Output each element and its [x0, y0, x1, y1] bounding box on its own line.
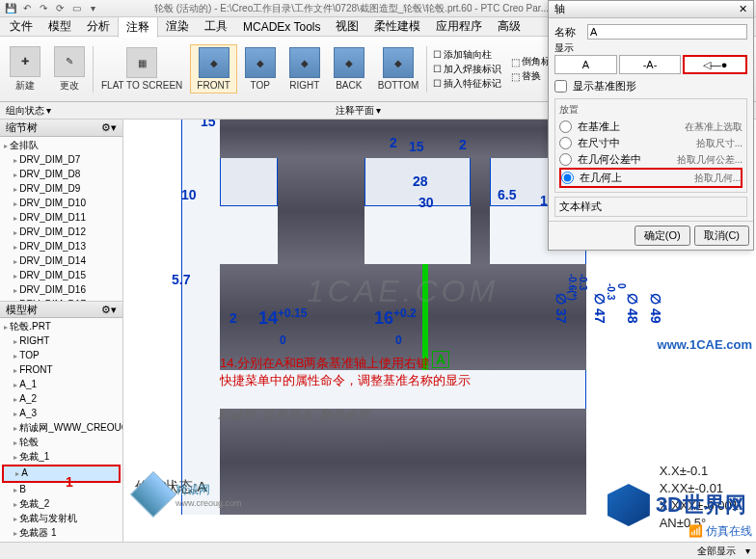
tree-dim[interactable]: DRV_DIM_D7 — [2, 153, 121, 168]
dim-10[interactable]: 10 — [181, 187, 197, 202]
dialog-title: 轴✕ — [549, 1, 753, 18]
dim-phi49[interactable]: ∅ 49 — [648, 293, 663, 323]
display-label: 显示 — [554, 41, 747, 55]
cube-icon — [608, 484, 650, 526]
tree-dim[interactable]: DRV_DIM_D12 — [2, 226, 121, 240]
tree-dim[interactable]: DRV_DIM_D15 — [2, 269, 121, 283]
tree-item[interactable]: RIGHT — [2, 334, 121, 349]
tree-item[interactable]: A_2 — [2, 392, 121, 407]
tree-dim[interactable]: DRV_DIM_D16 — [2, 283, 121, 298]
radio-in-dim[interactable] — [559, 137, 572, 149]
menu-mcadex[interactable]: MCADEx Tools — [235, 18, 328, 36]
tree-item-A[interactable]: A — [2, 465, 121, 483]
cancel-button[interactable]: 取消(C) — [694, 226, 749, 246]
dim-2c[interactable]: 2 — [230, 310, 237, 326]
tree-item[interactable]: 精诚网_WWW_CREOUG_COM... — [2, 421, 121, 436]
close-win-icon[interactable]: ▭ — [69, 2, 83, 15]
subbar-label-left: 组向状态 — [6, 104, 44, 118]
chk-baseshape-label: 显示基准图形 — [573, 79, 636, 93]
undo-icon[interactable]: ↶ — [20, 2, 34, 15]
dim-14[interactable]: 14+0.150 — [258, 306, 307, 349]
regen-icon[interactable]: ⟳ — [53, 2, 67, 15]
menu-render[interactable]: 渲染 — [158, 16, 197, 37]
tree-item[interactable]: 轮毂 — [2, 436, 121, 450]
menu-model[interactable]: 模型 — [40, 16, 79, 37]
subbar-label-mid: 注释平面 — [336, 104, 374, 118]
watermark: 1CAE.COM — [307, 274, 499, 309]
chk-baseshape[interactable] — [554, 80, 567, 93]
radio-on-datum[interactable] — [559, 120, 572, 133]
mode-A[interactable]: A — [554, 55, 617, 74]
tree-item-B[interactable]: B — [2, 483, 121, 497]
ribbon-front[interactable]: ◆FRONT — [190, 44, 236, 93]
ok-button[interactable]: 确定(O) — [634, 226, 690, 246]
ribbon-back[interactable]: ◆BACK — [328, 45, 370, 93]
menu-app[interactable]: 应用程序 — [428, 16, 490, 37]
dim-5-7[interactable]: 5.7 — [172, 272, 190, 287]
status-display[interactable]: 全部显示 — [697, 545, 736, 558]
save-icon[interactable]: 💾 — [4, 2, 17, 15]
mode-Aflag[interactable]: -A- — [619, 55, 682, 74]
dim-6-5[interactable]: 6.5 — [498, 187, 516, 202]
radio-on-geom[interactable] — [561, 172, 574, 184]
name-input[interactable] — [587, 24, 747, 40]
status-bar: 全部显示 ▾ — [0, 542, 756, 559]
ribbon-change[interactable]: ✎更改 — [48, 44, 91, 94]
model-tree-panel: 缩节树⚙▾ 全排队 DRV_DIM_D7 DRV_DIM_D8 DRV_DIM_… — [0, 120, 123, 542]
dim-15[interactable]: 15 — [201, 120, 216, 129]
dim-phi47-tol: 0 -0.3 — [606, 283, 627, 300]
menu-flex[interactable]: 柔性建模 — [366, 16, 428, 37]
tree-dim[interactable]: DRV_DIM_D10 — [2, 197, 121, 211]
tree-dim[interactable]: DRV_DIM_D13 — [2, 240, 121, 254]
tree-item[interactable]: 免裁与发射机 — [2, 512, 121, 526]
tree-header-1[interactable]: 缩节树⚙▾ — [0, 120, 122, 137]
dim-30[interactable]: 30 — [418, 195, 434, 210]
dim-2b[interactable]: 2 — [459, 137, 467, 152]
dd-icon[interactable]: ▾ — [86, 2, 99, 15]
tree-dim[interactable]: DRV_DIM_D8 — [2, 168, 121, 182]
ribbon-bottom[interactable]: ◆BOTTOM — [372, 45, 425, 93]
window-title: 轮毂 (活动的) - E:\Creo工作目录\工作文件\0728\截图造型_轮毂… — [154, 2, 549, 15]
ribbon-new[interactable]: ✚新建 — [4, 44, 46, 94]
dim-16[interactable]: 16+0.20 — [374, 306, 417, 349]
ribbon-top[interactable]: ◆TOP — [239, 45, 282, 93]
tree-item[interactable]: 免裁_1 — [2, 450, 121, 465]
tree-item[interactable]: TOP — [2, 349, 121, 363]
tree-root[interactable]: 全排队 — [2, 139, 121, 153]
tree-item[interactable]: 免裁_2 — [2, 497, 121, 512]
tree-item[interactable]: A_3 — [2, 407, 121, 421]
text-style[interactable]: 文本样式 — [554, 197, 747, 217]
menu-annotate[interactable]: 注释 — [118, 16, 158, 38]
ribbon-right[interactable]: ◆RIGHT — [284, 45, 326, 93]
tree-dim[interactable]: DRV_DIM_D9 — [2, 182, 121, 197]
dim-15b[interactable]: 15 — [409, 139, 424, 154]
tree-item[interactable]: A_1 — [2, 378, 121, 392]
menu-adv[interactable]: 高级 — [490, 16, 528, 37]
menu-tools[interactable]: 工具 — [197, 16, 235, 37]
model-root[interactable]: 轮毂.PRT — [2, 320, 121, 334]
axis-dialog[interactable]: 轴✕ 名称 显示 A -A- ◁—● 显示基准图形 放置 在基准上在基准上选取 … — [548, 0, 754, 251]
dim-2[interactable]: 2 — [390, 135, 397, 150]
overlay-url: www.1CAE.com — [658, 337, 752, 352]
dim-phi48[interactable]: ∅ 48 — [625, 293, 640, 323]
mode-arrow[interactable]: ◁—● — [683, 55, 747, 74]
tree-item[interactable]: 免裁器 1 — [2, 526, 121, 541]
name-label: 名称 — [554, 25, 583, 40]
tree-dim[interactable]: DRV_DIM_D14 — [2, 254, 121, 269]
instruction-text: 14.分别在A和B两条基准轴上使用右键 快捷菜单中的属性命令，调整基准名称的显示 — [220, 355, 471, 389]
radio-in-gtol[interactable] — [559, 153, 572, 166]
ribbon-insert-options[interactable]: ☐ 添加轴向柱 ☐ 加入焊接标识 ☐ 插入特征标记 — [429, 46, 505, 93]
close-icon[interactable]: ✕ — [739, 3, 747, 15]
ribbon-flat[interactable]: ▦FLAT TO SCREEN — [95, 45, 188, 93]
tree-dim[interactable]: DRV_DIM_D11 — [2, 211, 121, 226]
redo-icon[interactable]: ↷ — [37, 2, 50, 15]
tree-item[interactable]: FRONT — [2, 363, 121, 378]
tree-header-2[interactable]: 模型树⚙▾ — [0, 301, 122, 318]
menu-file[interactable]: 文件 — [2, 16, 40, 37]
brand-logo-icon — [130, 471, 176, 518]
dim-28[interactable]: 28 — [413, 173, 428, 189]
placement-group: 放置 在基准上在基准上选取 在尺寸中拾取尺寸... 在几何公差中拾取几何公差..… — [554, 98, 747, 193]
overlay-tagline: 📶 仿真在线 — [688, 523, 752, 540]
menu-view[interactable]: 视图 — [328, 16, 366, 37]
menu-analysis[interactable]: 分析 — [79, 16, 118, 37]
